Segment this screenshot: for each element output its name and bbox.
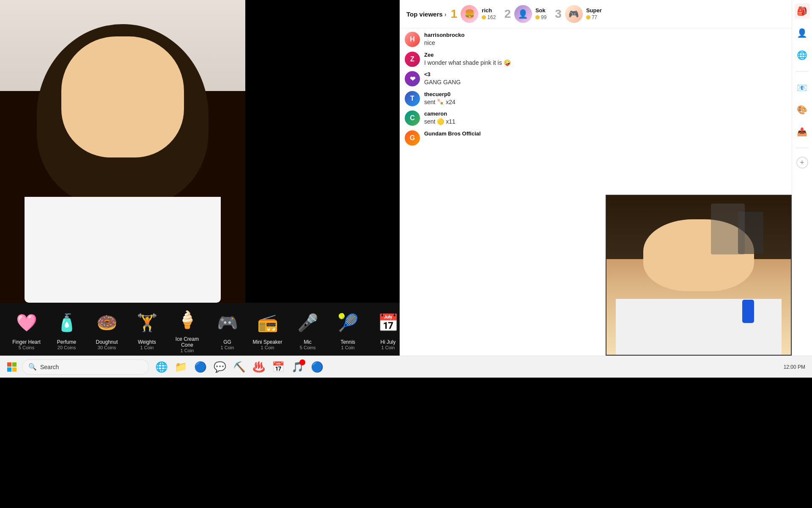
viewer-avatar-emoji-1: 🍔 (461, 5, 478, 23)
taskbar-app-minecraft[interactable]: ⛏️ (230, 358, 249, 376)
add-icon-button[interactable]: + (796, 157, 808, 168)
taskbar-time: 12:00 PM (784, 364, 805, 370)
taskbar: 🔍 Search 🌐📁🔵💬⛏️♨️📅🎵🔵 12:00 PM (0, 356, 812, 378)
gift-item-mic[interactable]: 🎤 Mic 5 Coins (290, 309, 326, 350)
chat-body-5: Gundam Bros Official (424, 130, 807, 138)
chat-message: T thecuerp0 sent 🍡 x24 (405, 91, 807, 107)
gift-cost-0: 5 Coins (19, 345, 34, 350)
outlook-icon[interactable]: 📧 (795, 80, 810, 95)
chat-message: G Gundam Bros Official (405, 130, 807, 146)
globe-icon[interactable]: 🌐 (795, 47, 810, 63)
chat-message: C cameron sent 🟡 x11 (405, 110, 807, 126)
gift-item-ice-cream-cone[interactable]: 🍦 Ice Cream Cone 1 Coin (169, 306, 205, 353)
viewer-rank-2: 2 (504, 7, 511, 21)
top-viewers-title[interactable]: Top viewers (406, 11, 447, 18)
chat-username-1: Zee (424, 52, 807, 58)
person-video-left (0, 0, 245, 303)
gift-item-finger-heart[interactable]: 🩷 Finger Heart 5 Coins (8, 309, 44, 350)
icon-divider (796, 71, 809, 72)
content-row: 7 25 🩷 Finger Heart 5 Coins 🧴 Perfume 20… (0, 0, 812, 356)
gift-cost-2: 30 Coins (98, 345, 116, 350)
chat-body-1: Zee I wonder what shade pink it is 🤪 (424, 52, 807, 67)
viewer-name-3: Super (586, 7, 602, 14)
gift-item-perfume[interactable]: 🧴 Perfume 20 Coins (49, 309, 85, 350)
gift-name-1: Perfume (57, 339, 76, 345)
gift-item-mini-speaker[interactable]: 📻 Mini Speaker 1 Coin (250, 309, 285, 350)
taskbar-app-chrome-browser[interactable]: 🔵 (191, 358, 210, 376)
windows-start-button[interactable] (3, 359, 20, 375)
taskbar-app-file-explorer[interactable]: 📁 (172, 358, 190, 376)
search-text: Search (40, 364, 59, 370)
gift-item-weights[interactable]: 🏋️ Weights 1 Coin (129, 309, 165, 350)
chat-message: ❤ <3 GANG GANG (405, 71, 807, 87)
taskbar-search-box[interactable]: 🔍 Search (22, 359, 149, 375)
video-right-black (245, 0, 400, 303)
viewer-rank-3: 3 (555, 7, 562, 21)
edge-browser-icon: 🌐 (155, 361, 168, 373)
gift-cost-1: 20 Coins (58, 345, 76, 350)
top-viewers-bar: Top viewers 1 🍔 rich 162 2 👤 Sok 99 3 (400, 0, 812, 28)
chat-username-4: cameron (424, 110, 807, 117)
face-shape (61, 36, 184, 157)
gift-name-8: Tennis (340, 339, 355, 345)
chat-text-3: sent 🍡 x24 (424, 98, 807, 107)
chat-message: Z Zee I wonder what shade pink it is 🤪 (405, 52, 807, 67)
chat-text-1: I wonder what shade pink it is 🤪 (424, 59, 807, 67)
chat-text-4: sent 🟡 x11 (424, 118, 807, 126)
gift-name-2: Doughnut (96, 339, 118, 345)
viewer-avatar-2: 👤 (514, 5, 532, 23)
taskbar-app-calendar[interactable]: 📅 (269, 358, 288, 376)
gift-icon-7: 🎤 (294, 309, 322, 337)
chat-text-0: nice (424, 39, 807, 47)
gift-icon-3: 🏋️ (133, 309, 162, 337)
viewers-list: 1 🍔 rich 162 2 👤 Sok 99 3 🎮 Su (451, 5, 602, 23)
taskbar-apps: 🌐📁🔵💬⛏️♨️📅🎵🔵 (152, 358, 326, 376)
gift-name-3: Weights (138, 339, 156, 345)
calendar-icon: 📅 (272, 361, 285, 373)
browser2-icon: 🔵 (311, 361, 324, 373)
gift-icon-2: 🍩 (93, 309, 121, 337)
viewer-coins-1: 162 (482, 14, 496, 21)
gift-cost-9: 1 Coin (381, 345, 395, 350)
taskbar-app-music-player[interactable]: 🎵 (288, 358, 307, 376)
chat-username-5: Gundam Bros Official (424, 130, 807, 137)
chat-avatar-1: Z (405, 52, 420, 67)
taskbar-app-browser2[interactable]: 🔵 (308, 358, 326, 376)
gift-item-tennis[interactable]: 🎾 Tennis 1 Coin (330, 309, 366, 350)
taskbar-app-discord[interactable]: 💬 (211, 358, 229, 376)
overlay-video (606, 195, 792, 356)
chat-message: H harrisonbrocko nice (405, 32, 807, 47)
app-notification-badge (299, 359, 305, 365)
viewer-item-2: 2 👤 Sok 99 (504, 5, 546, 23)
taskbar-right: 12:00 PM (784, 364, 809, 370)
viewer-item-3: 3 🎮 Super 77 (555, 5, 601, 23)
viewer-name-2: Sok (535, 7, 546, 14)
viewer-info-2: Sok 99 (535, 7, 546, 21)
left-content: 7 25 🩷 Finger Heart 5 Coins 🧴 Perfume 20… (0, 0, 400, 356)
file-explorer-icon: 📁 (175, 361, 187, 373)
send-arrow-icon[interactable]: 📤 (795, 124, 810, 139)
gift-item-gg[interactable]: 🎮 GG 1 Coin (209, 309, 245, 350)
gift-name-0: Finger Heart (12, 339, 41, 345)
taskbar-app-edge-browser[interactable]: 🌐 (152, 358, 171, 376)
gift-bag-icon[interactable]: 🎒 (795, 3, 810, 19)
gift-icon-6: 📻 (253, 309, 282, 337)
person-profile-icon[interactable]: 👤 (795, 25, 810, 41)
chat-avatar-4: C (405, 110, 420, 126)
gift-item-doughnut[interactable]: 🍩 Doughnut 30 Coins (89, 309, 125, 350)
viewer-name-1: rich (482, 7, 496, 14)
gift-icon-4: 🍦 (173, 306, 202, 334)
paint-palette-icon[interactable]: 🎨 (795, 102, 810, 117)
gift-cost-6: 1 Coin (261, 345, 274, 350)
chat-avatar-0: H (405, 32, 420, 47)
gift-name-6: Mini Speaker (252, 339, 282, 345)
coin-icon-2 (535, 15, 540, 19)
gift-icon-1: 🧴 (52, 309, 81, 337)
gift-icon-0: 🩷 (12, 309, 41, 337)
viewer-avatar-emoji-2: 👤 (514, 5, 532, 23)
gift-name-4: Ice Cream Cone (169, 336, 205, 348)
gift-cost-7: 5 Coins (300, 345, 315, 350)
viewer-item-1: 1 🍔 rich 162 (451, 5, 496, 23)
svg-rect-0 (7, 362, 11, 367)
taskbar-app-steam[interactable]: ♨️ (250, 358, 268, 376)
